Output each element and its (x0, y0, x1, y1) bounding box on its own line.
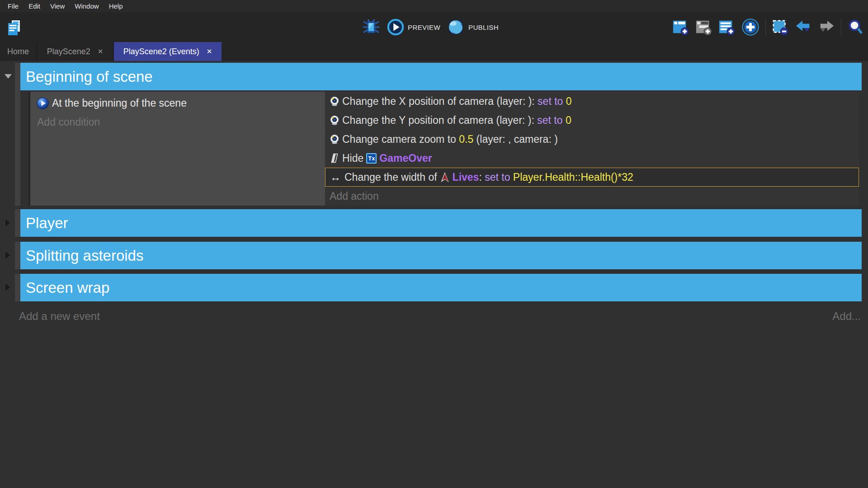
action-text: Change the X position of camera (layer: … (342, 95, 572, 108)
add-subevent-icon (695, 19, 712, 36)
action-change-camera-x[interactable]: Change the X position of camera (layer: … (325, 92, 859, 111)
condition-text: At the beginning of the scene (52, 97, 187, 109)
events-sheet: Beginning of scene At the beginning (0, 61, 868, 488)
actions-column: Change the X position of camera (layer: … (325, 92, 859, 206)
gdevelop-window: File Edit View Window Help (0, 0, 868, 488)
sprite-object-icon (440, 172, 450, 182)
add-comment-button[interactable] (718, 19, 736, 36)
redo-button[interactable] (818, 19, 835, 36)
preview-label: PREVIEW (408, 23, 440, 31)
action-change-width-lives[interactable]: ↔ Change the width of Lives: set to Play… (325, 168, 859, 187)
group-margin-strip (15, 242, 20, 269)
group-header-player[interactable]: Player (20, 209, 862, 237)
menu-file[interactable]: File (3, 0, 24, 12)
conditions-column: At the beginning of the scene Add condit… (28, 92, 325, 206)
tab-playscene2[interactable]: PlayScene2 ✕ (37, 42, 114, 61)
action-change-camera-zoom[interactable]: Change camera zoom to 0.5 (layer: , came… (325, 130, 859, 149)
project-manager-icon (5, 18, 24, 37)
tab-home[interactable]: Home (0, 42, 37, 61)
tab-close-icon[interactable]: ✕ (98, 47, 104, 56)
action-hide-gameover[interactable]: Hide Tx GameOver (325, 149, 859, 168)
action-change-camera-y[interactable]: Change the Y position of camera (layer: … (325, 111, 859, 130)
menu-view[interactable]: View (45, 0, 70, 12)
menu-edit[interactable]: Edit (24, 0, 45, 12)
expand-arrow-screen-wrap[interactable] (5, 284, 10, 291)
preview-button[interactable]: PREVIEW (387, 19, 440, 36)
menu-bar: File Edit View Window Help (0, 0, 868, 12)
menu-window[interactable]: Window (70, 0, 104, 12)
tab-bar: Home PlayScene2 ✕ PlayScene2 (Events) ✕ (0, 42, 868, 61)
camera-icon (330, 134, 340, 144)
toolbar-separator (841, 18, 841, 36)
publish-button[interactable]: PUBLISH (447, 18, 499, 36)
add-comment-icon (718, 19, 736, 36)
group-title: Player (26, 215, 68, 232)
action-text: Lives: set to Player.Health::Health()*32 (453, 171, 633, 183)
expand-arrow-splitting-asteroids[interactable] (5, 252, 10, 259)
tab-close-icon[interactable]: ✕ (207, 47, 212, 56)
add-condition-button[interactable]: Add condition (30, 113, 325, 131)
camera-icon (330, 115, 340, 125)
delete-selection-icon (772, 19, 789, 36)
scene-start-icon (37, 97, 49, 109)
debugger-button[interactable] (362, 18, 381, 37)
group-margin-strip (15, 274, 20, 301)
toolbar-center: PREVIEW PUBLISH (362, 12, 499, 42)
add-subevent-button[interactable] (695, 19, 712, 36)
object-name-gameover: GameOver (379, 152, 432, 164)
toolbar-separator (765, 18, 766, 36)
collapse-arrow-beginning-of-scene[interactable] (5, 74, 12, 79)
add-event-button[interactable] (672, 19, 689, 36)
tab-label: PlayScene2 (Events) (123, 47, 199, 56)
condition-at-beginning-of-scene[interactable]: At the beginning of the scene (30, 94, 325, 113)
menu-help[interactable]: Help (104, 0, 128, 12)
group-title: Screen wrap (26, 279, 109, 296)
camera-icon (330, 96, 340, 106)
group-title: Beginning of scene (26, 68, 153, 85)
action-text: Hide (342, 152, 363, 164)
add-new-event-button[interactable]: Add a new event (19, 310, 100, 323)
add-more-button[interactable]: Add... (832, 310, 861, 323)
text-object-icon: Tx (366, 153, 377, 164)
visibility-icon (330, 153, 340, 163)
tab-playscene2-events[interactable]: PlayScene2 (Events) ✕ (114, 42, 222, 61)
width-arrow-icon: ↔ (330, 172, 341, 183)
redo-icon (818, 19, 835, 36)
project-manager-button[interactable] (5, 18, 24, 37)
preview-play-icon (387, 19, 404, 36)
publish-sphere-icon (447, 18, 465, 36)
group-margin-strip (15, 63, 20, 206)
add-other-button[interactable] (741, 18, 760, 36)
action-text: Change the Y position of camera (layer: … (342, 114, 571, 127)
add-circle-icon (741, 18, 760, 36)
group-header-screen-wrap[interactable]: Screen wrap (20, 274, 862, 301)
delete-selection-button[interactable] (772, 19, 789, 36)
group-title: Splitting asteroids (26, 247, 143, 264)
add-action-button[interactable]: Add action (325, 187, 859, 206)
tab-label: PlayScene2 (47, 47, 90, 56)
group-margin-strip (15, 209, 20, 237)
publish-label: PUBLISH (468, 23, 499, 31)
toolbar-right (672, 12, 864, 42)
search-icon (847, 19, 864, 36)
action-text: Change camera zoom to 0.5 (layer: , came… (342, 133, 558, 145)
debugger-bug-icon (362, 18, 381, 37)
main-toolbar: PREVIEW PUBLISH (0, 12, 868, 42)
undo-button[interactable] (795, 19, 812, 36)
add-event-icon (672, 19, 689, 36)
search-events-button[interactable] (847, 19, 864, 36)
group-header-beginning-of-scene[interactable]: Beginning of scene (20, 63, 862, 90)
tab-label: Home (7, 47, 29, 56)
expand-arrow-player[interactable] (5, 219, 10, 226)
undo-icon (795, 19, 812, 36)
action-text: Change the width of (344, 171, 437, 183)
group-header-splitting-asteroids[interactable]: Splitting asteroids (20, 242, 862, 269)
